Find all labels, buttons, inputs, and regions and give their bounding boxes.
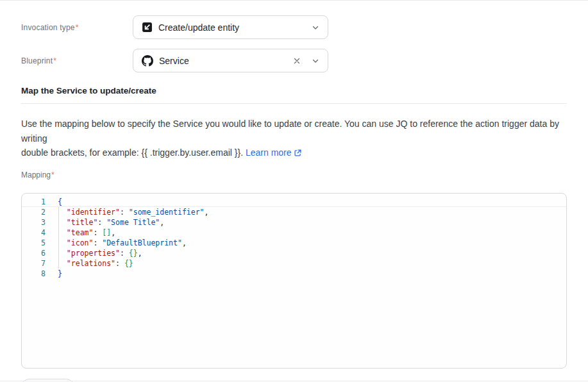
code-token: , <box>205 208 209 217</box>
description-line-2: double brackets, for example: {{ .trigge… <box>21 147 246 158</box>
invocation-type-row: Invocation type* Create/update entity <box>21 15 567 39</box>
code-line: 3 "title": "Some Title", <box>22 217 566 228</box>
chevron-down-icon[interactable] <box>312 57 319 65</box>
code-token: "properties" <box>67 249 120 258</box>
code-line-text: "icon": "DefaultBlueprint", <box>58 238 187 248</box>
mapping-label: Mapping* <box>21 170 567 179</box>
section-description: Use the mapping below to specify the Ser… <box>21 117 567 162</box>
code-token: , <box>138 249 142 258</box>
line-number: 1 <box>22 197 46 207</box>
required-asterisk: * <box>53 56 56 65</box>
code-token: : <box>97 218 106 227</box>
code-line: 1 { <box>22 197 566 207</box>
code-line: 6 "properties": {}, <box>22 248 566 258</box>
invocation-type-select[interactable]: Create/update entity <box>133 15 328 39</box>
code-line-text: "team": [], <box>58 228 115 238</box>
code-token: "icon" <box>67 238 94 247</box>
code-token <box>58 208 67 217</box>
code-line-text: "relations": {} <box>58 258 133 269</box>
entity-icon <box>142 22 153 33</box>
code-token: "Some Title" <box>106 218 160 227</box>
code-token: { <box>58 197 62 206</box>
code-token: "team" <box>67 228 94 237</box>
code-token: "some_identifier" <box>129 208 205 217</box>
mapping-label-text: Mapping <box>21 170 51 179</box>
blueprint-value: Service <box>159 56 286 66</box>
line-number: 3 <box>22 217 46 228</box>
mapping-code-editor[interactable]: 1 { 2 "identifier": "some_identifier", 3… <box>21 193 567 369</box>
code-line: 7 "relations": {} <box>22 258 566 269</box>
invocation-type-value: Create/update entity <box>158 22 306 33</box>
code-token: "title" <box>67 218 97 227</box>
blueprint-select[interactable]: Service <box>133 49 328 72</box>
blueprint-label-text: Blueprint <box>21 56 53 65</box>
code-token: } <box>58 269 62 278</box>
code-token <box>58 228 67 237</box>
code-line-text: "identifier": "some_identifier", <box>58 207 208 217</box>
code-token: , <box>111 228 115 237</box>
code-token: : <box>93 238 102 247</box>
code-token <box>58 218 67 227</box>
blueprint-label: Blueprint* <box>21 56 133 65</box>
code-line-text: } <box>58 269 62 279</box>
code-token: : <box>115 259 124 268</box>
github-icon <box>142 55 153 67</box>
required-asterisk: * <box>76 23 79 32</box>
code-line: 2 "identifier": "some_identifier", <box>22 207 566 217</box>
code-line-text: "title": "Some Title", <box>58 217 164 228</box>
code-token: : <box>120 249 129 258</box>
line-number: 4 <box>22 228 46 238</box>
description-line-1: Use the mapping below to specify the Ser… <box>21 119 559 144</box>
code-token <box>58 249 67 258</box>
learn-more-link[interactable]: Learn more <box>246 147 292 158</box>
invocation-type-label: Invocation type* <box>21 23 133 32</box>
section-heading: Map the Service to update/create <box>21 86 567 96</box>
code-token: : <box>120 208 129 217</box>
code-line-text: { <box>58 197 62 207</box>
code-token <box>58 238 67 247</box>
clear-icon[interactable] <box>292 56 302 66</box>
chevron-down-icon[interactable] <box>312 24 319 31</box>
code-token: , <box>160 218 164 227</box>
blueprint-row: Blueprint* Service <box>21 49 567 72</box>
line-number: 7 <box>22 258 46 269</box>
top-divider <box>0 0 588 1</box>
code-token <box>58 259 67 268</box>
code-line: 4 "team": [], <box>22 228 566 238</box>
invocation-type-label-text: Invocation type <box>21 23 75 32</box>
line-number: 2 <box>22 207 46 217</box>
code-token: : <box>93 228 102 237</box>
code-token: {} <box>124 259 133 268</box>
code-token: "identifier" <box>67 208 120 217</box>
external-link-icon[interactable] <box>294 147 302 162</box>
section-divider <box>21 103 567 104</box>
line-number: 8 <box>22 269 46 279</box>
form-panel: Invocation type* Create/update entity Bl… <box>0 15 588 382</box>
code-token: [] <box>102 228 111 237</box>
line-number: 6 <box>22 248 46 258</box>
code-token: "DefaultBlueprint" <box>102 238 182 247</box>
bottom-divider <box>0 381 588 381</box>
code-token: "relations" <box>67 259 115 268</box>
code-line: 8 } <box>22 269 566 279</box>
required-asterisk: * <box>51 170 55 179</box>
code-token: , <box>182 238 187 247</box>
code-token: {} <box>129 249 138 258</box>
editor-lines: 1 { 2 "identifier": "some_identifier", 3… <box>22 197 566 279</box>
line-number: 5 <box>22 238 46 248</box>
code-line-text: "properties": {}, <box>58 248 142 258</box>
code-line: 5 "icon": "DefaultBlueprint", <box>22 238 566 248</box>
